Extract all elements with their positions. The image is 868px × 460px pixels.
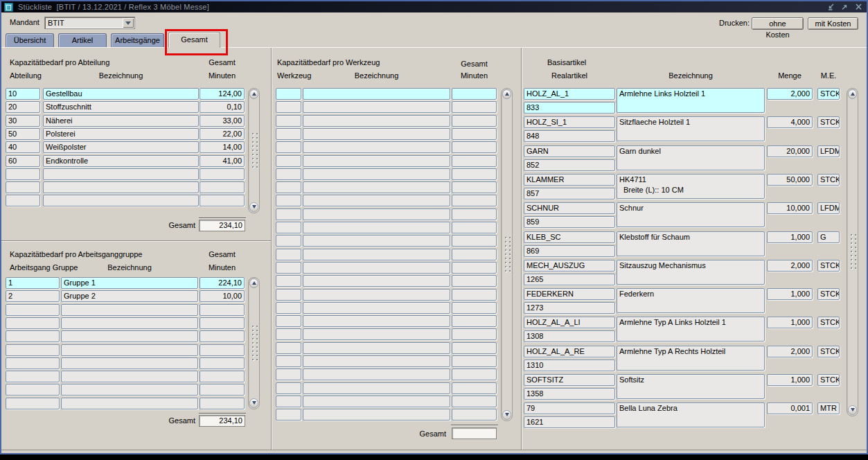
tool-werkzeug-field[interactable] — [276, 88, 301, 100]
scrollbar-grip-dots[interactable] — [849, 233, 856, 272]
tab-arbeitsgaenge[interactable]: Arbeitsgänge — [111, 33, 164, 47]
basis-menge-field[interactable]: 1,000 — [767, 231, 813, 243]
tool-minuten-field[interactable] — [452, 115, 497, 127]
tool-minuten-field[interactable] — [452, 289, 497, 301]
basis-realartikel-field[interactable]: FEDERKERN — [524, 288, 615, 300]
basis-me-field[interactable]: STCK — [817, 174, 840, 186]
basis-menge-field[interactable]: 1,000 — [767, 288, 813, 300]
scroll-down-button[interactable] — [249, 398, 258, 408]
dept-bezeichnung-field[interactable]: Weißpolster — [43, 141, 199, 153]
basis-bezeichnung-field[interactable]: Federkern — [617, 288, 765, 313]
tool-bezeichnung-field[interactable] — [303, 315, 450, 327]
tab-artikel[interactable]: Artikel — [58, 33, 107, 47]
basis-bezeichnung-field[interactable]: Sitzflaeche Holzteil 1 — [617, 116, 765, 141]
tool-minuten-field[interactable] — [452, 182, 497, 193]
tool-minuten-field[interactable] — [452, 369, 497, 380]
tool-werkzeug-field[interactable] — [276, 209, 301, 220]
group-minuten-field[interactable] — [200, 371, 245, 382]
basis-menge-field[interactable]: 2,000 — [767, 260, 813, 272]
basis-menge-field[interactable]: 1,000 — [767, 317, 813, 328]
group-minuten-field[interactable]: 10,00 — [200, 290, 245, 302]
basis-realartikel-field[interactable]: SCHNUR — [524, 202, 615, 214]
basis-menge-field[interactable]: 10,000 — [767, 202, 813, 214]
tool-bezeichnung-field[interactable] — [303, 141, 450, 153]
tab-uebersicht[interactable]: Übersicht — [6, 33, 54, 47]
basis-menge-field[interactable]: 1,000 — [767, 374, 813, 386]
tool-minuten-field[interactable] — [452, 195, 497, 206]
scroll-down-button[interactable] — [249, 202, 258, 212]
basis-artikelnummer-field[interactable]: 1273 — [524, 302, 615, 314]
dept-bezeichnung-field[interactable] — [43, 182, 199, 193]
basis-bezeichnung-field[interactable]: Schnur — [617, 202, 765, 227]
tool-werkzeug-field[interactable] — [276, 409, 301, 421]
tool-bezeichnung-field[interactable] — [303, 262, 450, 274]
tool-werkzeug-field[interactable] — [276, 195, 301, 206]
basis-realartikel-field[interactable]: KLAMMER — [524, 174, 615, 186]
group-minuten-field[interactable] — [200, 398, 245, 409]
basis-realartikel-field[interactable]: GARN — [524, 145, 615, 157]
basis-menge-field[interactable]: 2,000 — [767, 346, 813, 357]
basis-artikelnummer-field[interactable]: 1621 — [524, 416, 615, 428]
dept-minuten-field[interactable]: 22,00 — [200, 128, 245, 140]
group-scrollbar[interactable] — [248, 277, 260, 409]
scroll-up-button[interactable] — [848, 89, 857, 99]
tool-minuten-field[interactable] — [452, 141, 497, 153]
dept-abteilung-field[interactable]: 40 — [6, 141, 40, 153]
scroll-up-button[interactable] — [249, 89, 258, 99]
group-gruppe-field[interactable]: 2 — [6, 290, 60, 302]
basis-artikelnummer-field[interactable]: 859 — [524, 216, 615, 228]
tool-minuten-field[interactable] — [452, 328, 497, 340]
dept-minuten-field[interactable] — [200, 195, 245, 206]
basis-bezeichnung-field[interactable]: Garn dunkel — [617, 145, 765, 170]
minimize-icon[interactable] — [826, 3, 835, 11]
group-bezeichnung-field[interactable] — [61, 344, 198, 356]
basis-artikelnummer-field[interactable]: 1308 — [524, 330, 615, 342]
dept-minuten-field[interactable] — [200, 168, 245, 180]
group-gruppe-field[interactable] — [6, 330, 60, 342]
tool-bezeichnung-field[interactable] — [303, 275, 450, 287]
dept-scrollbar[interactable] — [248, 88, 260, 213]
tool-werkzeug-field[interactable] — [276, 235, 301, 247]
dept-minuten-field[interactable]: 124,00 — [200, 88, 245, 100]
group-minuten-field[interactable] — [200, 357, 245, 369]
group-minuten-field[interactable] — [200, 317, 245, 329]
tool-werkzeug-field[interactable] — [276, 168, 301, 180]
scroll-up-button[interactable] — [249, 278, 258, 288]
basis-menge-field[interactable]: 0,001 — [767, 402, 813, 414]
tool-minuten-field[interactable] — [452, 355, 497, 367]
tool-werkzeug-field[interactable] — [276, 222, 301, 233]
dept-bezeichnung-field[interactable] — [43, 168, 199, 180]
basis-artikelnummer-field[interactable]: 857 — [524, 188, 615, 200]
basis-realartikel-field[interactable]: 79 — [524, 402, 615, 414]
tool-minuten-field[interactable] — [452, 302, 497, 314]
basis-realartikel-field[interactable]: SOFTSITZ — [524, 374, 615, 386]
tool-minuten-field[interactable] — [452, 382, 497, 394]
tool-minuten-field[interactable] — [452, 155, 497, 167]
dept-bezeichnung-field[interactable]: Gestellbau — [43, 88, 199, 100]
tool-bezeichnung-field[interactable] — [303, 249, 450, 260]
basis-me-field[interactable]: MTR — [817, 402, 840, 414]
group-minuten-field[interactable] — [200, 304, 245, 316]
basis-me-field[interactable]: STCK — [817, 317, 840, 328]
dept-bezeichnung-field[interactable]: Polsterei — [43, 128, 199, 140]
tool-werkzeug-field[interactable] — [276, 289, 301, 301]
group-bezeichnung-field[interactable] — [61, 357, 198, 369]
basis-me-field[interactable]: STCK — [817, 116, 840, 128]
tool-bezeichnung-field[interactable] — [303, 155, 450, 167]
tool-bezeichnung-field[interactable] — [303, 302, 450, 314]
tool-werkzeug-field[interactable] — [276, 355, 301, 367]
basis-me-field[interactable]: LFDM — [817, 145, 840, 157]
tool-bezeichnung-field[interactable] — [303, 195, 450, 206]
group-bezeichnung-field[interactable] — [61, 398, 198, 409]
group-bezeichnung-field[interactable]: Gruppe 2 — [61, 290, 198, 302]
tool-bezeichnung-field[interactable] — [303, 355, 450, 367]
dept-bezeichnung-field[interactable]: Näherei — [43, 115, 199, 127]
tool-minuten-field[interactable] — [452, 101, 497, 113]
dept-bezeichnung-field[interactable]: Endkontrolle — [43, 155, 199, 167]
tool-bezeichnung-field[interactable] — [303, 209, 450, 220]
dept-abteilung-field[interactable]: 20 — [6, 101, 40, 113]
basis-bezeichnung-field[interactable]: Armlehne Links Holzteil 1 — [617, 88, 765, 113]
dept-bezeichnung-field[interactable] — [43, 195, 199, 206]
close-icon[interactable] — [854, 3, 863, 11]
print-with-costs-button[interactable]: mit Kosten — [808, 17, 858, 30]
